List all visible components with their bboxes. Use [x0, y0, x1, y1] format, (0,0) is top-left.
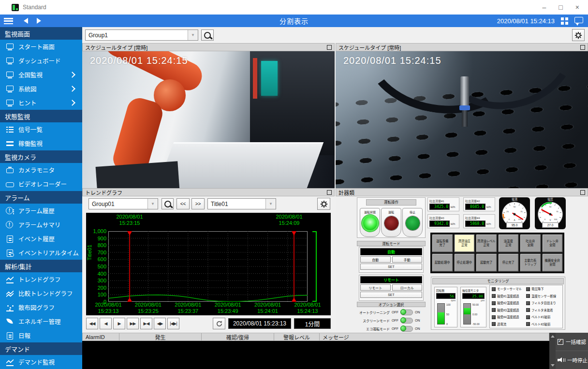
led-icon: [492, 301, 496, 305]
sidebar-item-4-1[interactable]: 比較トレンドグラフ: [0, 286, 82, 300]
scrollbar[interactable]: [549, 333, 556, 369]
alarm-column-3[interactable]: 警報レベル: [274, 333, 320, 340]
alarm-column-1[interactable]: 発生: [119, 333, 202, 340]
chevron-down-icon[interactable]: ▼: [188, 30, 198, 40]
playback-button-0[interactable]: ◀◀: [86, 318, 98, 329]
playback-button-1[interactable]: ◀: [100, 318, 112, 329]
trend-settings-button[interactable]: [317, 198, 330, 210]
lamp-2[interactable]: 停止: [402, 208, 423, 237]
y-tick-label: 700: [86, 250, 106, 255]
toggle-switch[interactable]: [400, 318, 413, 324]
mode-button-0-1[interactable]: 手動: [392, 256, 423, 263]
trend-title-select[interactable]: Title01 ▼: [207, 198, 276, 209]
connector-ring: [459, 105, 470, 110]
cursor-left-label: 2020/08/0115:23:15: [116, 214, 143, 226]
trend-search-button[interactable]: [162, 198, 174, 209]
playback-button-6[interactable]: |◀▶|: [167, 318, 179, 329]
toggle-switch[interactable]: [400, 310, 413, 315]
alarm-column-2[interactable]: 確認/復帰: [202, 333, 274, 340]
sidebar-item-0-0[interactable]: スタート画面: [0, 40, 82, 54]
alarm-table-header: AlarmID発生確認/復帰警報レベルメッセージ: [82, 333, 549, 341]
sidebar-item-2-0[interactable]: カメラモニタ: [0, 163, 82, 177]
sidebar-item-1-1[interactable]: 稼働監視: [0, 136, 82, 150]
close-button[interactable]: ×: [575, 3, 579, 11]
flow-unit: kl/h: [451, 206, 455, 208]
playback-button-2[interactable]: ▶: [113, 318, 125, 329]
sidebar-item-0-3[interactable]: 系統図: [0, 82, 82, 96]
camera-left-video[interactable]: 2020/08/01 15:24:15: [82, 51, 335, 188]
trend-prev-button[interactable]: <<: [176, 198, 190, 209]
main-toolbar: Group1 ▼: [82, 27, 588, 43]
maximize-icon[interactable]: [327, 190, 332, 195]
alarm-column-0[interactable]: AlarmID: [83, 333, 119, 340]
trend-interval-display[interactable]: 1分間: [294, 318, 331, 329]
sidebar-item-5-0[interactable]: デマンド監視: [0, 355, 82, 369]
sidebar-item-label: ダッシュボード: [18, 56, 61, 65]
maximize-button[interactable]: □: [559, 3, 562, 11]
camera-right-video[interactable]: 2020/08/01 15:24:15: [336, 51, 588, 188]
trend-group-select[interactable]: Group01 ▼: [88, 198, 158, 209]
meter-scale: 100500: [446, 303, 451, 325]
set-button-1[interactable]: SET: [360, 292, 422, 298]
scroll-up-icon[interactable]: [551, 335, 555, 338]
sidebar-section-header-5: デマンド: [0, 342, 82, 355]
mode-button-0-0[interactable]: 自動: [360, 256, 391, 263]
alarm-table-body[interactable]: [82, 341, 549, 369]
playback-button-5[interactable]: ◀▶: [154, 318, 166, 329]
operation-group: 運転操作 運転状態運転停止: [357, 197, 426, 238]
maximize-icon[interactable]: [580, 190, 585, 195]
indicator-0-0: モーターサーマル: [492, 287, 526, 291]
chevron-down-icon[interactable]: ▼: [265, 199, 276, 209]
trend-time-display[interactable]: 2020/08/01 15:23:13: [228, 318, 291, 329]
sidebar-item-2-1[interactable]: ビデオレコーダー: [0, 177, 82, 191]
sidebar-item-4-2[interactable]: 散布図グラフ: [0, 300, 82, 314]
playback-button-3[interactable]: ▶▶: [127, 318, 139, 329]
sidebar-item-4-0[interactable]: トレンドグラフ: [0, 272, 82, 286]
mode-button-1-1[interactable]: ローカル: [392, 284, 423, 291]
search-button[interactable]: [201, 30, 214, 41]
lamp-1[interactable]: 運転: [381, 208, 401, 237]
indicator-label: ベルト#1破損: [531, 315, 550, 319]
alarm-history-icon: [6, 207, 14, 215]
event-realtime-icon: [6, 249, 14, 257]
sidebar-section-header-4: 解析/集計: [0, 260, 82, 272]
indicator-label: モーターサーマル: [497, 287, 522, 291]
sidebar-item-0-1[interactable]: ダッシュボード: [0, 54, 82, 68]
toggle-switch[interactable]: [400, 326, 413, 332]
playback-button-4[interactable]: ▶◀: [140, 318, 152, 329]
sidebar-item-4-4[interactable]: 日報: [0, 328, 82, 342]
cursor-range-bracket: [312, 231, 317, 302]
meter-bar-fill: [464, 308, 470, 314]
refresh-button[interactable]: [213, 318, 225, 329]
sidebar-item-label: トレンドグラフ: [18, 275, 61, 284]
meter-scale: 50.000.00-50.00: [472, 303, 480, 325]
flow-unit: kl/h: [486, 206, 491, 208]
monitor-popup-icon[interactable]: [574, 17, 583, 23]
trend-next-button[interactable]: >>: [191, 198, 205, 209]
maximize-icon[interactable]: [327, 45, 332, 50]
ack-all-button[interactable]: 一括確認: [556, 333, 588, 351]
lamp-0[interactable]: 運転状態: [360, 208, 380, 237]
sidebar-item-0-2[interactable]: 全国監視: [0, 68, 82, 82]
sidebar-item-3-3[interactable]: イベントリアルタイム: [0, 246, 82, 260]
sidebar-item-3-1[interactable]: アラームサマリ: [0, 218, 82, 232]
sidebar-item-3-0[interactable]: アラーム履歴: [0, 204, 82, 218]
pause-button[interactable]: 一時停止: [556, 351, 588, 369]
group-select[interactable]: Group1 ▼: [85, 30, 198, 41]
settings-button[interactable]: [572, 29, 585, 41]
chevron-down-icon[interactable]: ▼: [147, 199, 158, 209]
flow-display-3: 吐出流量#45868.0kl/h: [463, 214, 495, 228]
sidebar-item-3-2[interactable]: イベント履歴: [0, 232, 82, 246]
trend-chart[interactable]: 2020/08/0115:23:15 2020/08/0115:24:09 Ti…: [86, 213, 331, 315]
alarm-column-4[interactable]: メッセージ: [320, 333, 549, 340]
mode-button-1-0[interactable]: リモート: [360, 284, 391, 291]
led-icon: [492, 287, 496, 291]
sidebar-item-1-0[interactable]: 信号一覧: [0, 122, 82, 136]
scroll-down-icon[interactable]: [551, 364, 555, 367]
minimize-button[interactable]: –: [543, 3, 546, 11]
sidebar-item-0-4[interactable]: ヒント: [0, 96, 82, 110]
maximize-icon[interactable]: [580, 45, 585, 50]
toggle-label: スクリーンモード: [355, 318, 390, 323]
set-button-0[interactable]: SET: [360, 264, 422, 270]
sidebar-item-4-3[interactable]: エネルギー管理: [0, 314, 82, 328]
